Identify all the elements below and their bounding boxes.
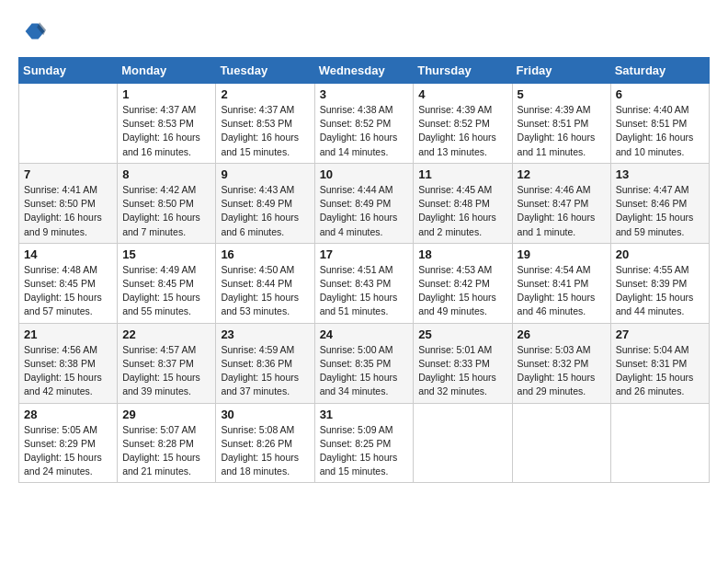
day-number: 26 bbox=[518, 327, 606, 341]
day-number: 27 bbox=[616, 327, 704, 341]
day-cell: 8Sunrise: 4:42 AM Sunset: 8:50 PM Daylig… bbox=[118, 163, 216, 243]
day-info: Sunrise: 4:50 AM Sunset: 8:44 PM Dayligh… bbox=[221, 263, 309, 319]
day-info: Sunrise: 4:46 AM Sunset: 8:47 PM Dayligh… bbox=[518, 183, 606, 239]
day-cell: 14Sunrise: 4:48 AM Sunset: 8:45 PM Dayli… bbox=[19, 243, 118, 323]
day-number: 22 bbox=[122, 327, 210, 341]
day-cell bbox=[414, 403, 512, 483]
calendar-table: SundayMondayTuesdayWednesdayThursdayFrid… bbox=[18, 57, 710, 483]
day-number: 4 bbox=[418, 87, 506, 101]
day-cell: 25Sunrise: 5:01 AM Sunset: 8:33 PM Dayli… bbox=[414, 323, 512, 403]
day-info: Sunrise: 4:38 AM Sunset: 8:52 PM Dayligh… bbox=[320, 103, 409, 159]
day-info: Sunrise: 5:07 AM Sunset: 8:28 PM Dayligh… bbox=[122, 423, 210, 479]
day-info: Sunrise: 5:08 AM Sunset: 8:26 PM Dayligh… bbox=[221, 423, 309, 479]
day-cell: 12Sunrise: 4:46 AM Sunset: 8:47 PM Dayli… bbox=[512, 163, 610, 243]
day-cell bbox=[610, 403, 709, 483]
day-cell: 10Sunrise: 4:44 AM Sunset: 8:49 PM Dayli… bbox=[314, 163, 414, 243]
day-cell: 24Sunrise: 5:00 AM Sunset: 8:35 PM Dayli… bbox=[314, 323, 414, 403]
day-info: Sunrise: 4:39 AM Sunset: 8:51 PM Dayligh… bbox=[518, 103, 606, 159]
day-info: Sunrise: 4:41 AM Sunset: 8:50 PM Dayligh… bbox=[24, 183, 112, 239]
day-number: 9 bbox=[221, 167, 309, 181]
day-number: 1 bbox=[122, 87, 210, 101]
day-info: Sunrise: 4:39 AM Sunset: 8:52 PM Dayligh… bbox=[418, 103, 506, 159]
day-number: 31 bbox=[320, 408, 409, 421]
day-cell: 9Sunrise: 4:43 AM Sunset: 8:49 PM Daylig… bbox=[216, 163, 314, 243]
day-number: 19 bbox=[518, 247, 606, 261]
day-cell: 23Sunrise: 4:59 AM Sunset: 8:36 PM Dayli… bbox=[216, 323, 314, 403]
page-header bbox=[18, 18, 710, 48]
day-number: 29 bbox=[122, 408, 210, 421]
col-header-friday: Friday bbox=[512, 58, 610, 84]
day-cell: 26Sunrise: 5:03 AM Sunset: 8:32 PM Dayli… bbox=[512, 323, 610, 403]
week-row-1: 1Sunrise: 4:37 AM Sunset: 8:53 PM Daylig… bbox=[19, 84, 710, 164]
day-number: 16 bbox=[221, 247, 309, 261]
day-info: Sunrise: 4:59 AM Sunset: 8:36 PM Dayligh… bbox=[221, 343, 309, 399]
day-info: Sunrise: 5:00 AM Sunset: 8:35 PM Dayligh… bbox=[320, 343, 409, 399]
day-info: Sunrise: 4:40 AM Sunset: 8:51 PM Dayligh… bbox=[616, 103, 704, 159]
day-cell: 7Sunrise: 4:41 AM Sunset: 8:50 PM Daylig… bbox=[19, 163, 118, 243]
col-header-wednesday: Wednesday bbox=[314, 58, 414, 84]
day-info: Sunrise: 4:42 AM Sunset: 8:50 PM Dayligh… bbox=[122, 183, 210, 239]
day-number: 8 bbox=[122, 167, 210, 181]
day-cell: 17Sunrise: 4:51 AM Sunset: 8:43 PM Dayli… bbox=[314, 243, 414, 323]
day-info: Sunrise: 4:37 AM Sunset: 8:53 PM Dayligh… bbox=[221, 103, 309, 159]
week-row-5: 28Sunrise: 5:05 AM Sunset: 8:29 PM Dayli… bbox=[19, 403, 710, 483]
day-cell bbox=[19, 84, 118, 164]
day-number: 21 bbox=[24, 327, 112, 341]
day-info: Sunrise: 4:54 AM Sunset: 8:41 PM Dayligh… bbox=[518, 263, 606, 319]
day-info: Sunrise: 4:55 AM Sunset: 8:39 PM Dayligh… bbox=[616, 263, 704, 319]
day-number: 12 bbox=[518, 167, 606, 181]
day-info: Sunrise: 5:01 AM Sunset: 8:33 PM Dayligh… bbox=[418, 343, 506, 399]
day-info: Sunrise: 4:49 AM Sunset: 8:45 PM Dayligh… bbox=[122, 263, 210, 319]
col-header-saturday: Saturday bbox=[610, 58, 709, 84]
day-cell: 21Sunrise: 4:56 AM Sunset: 8:38 PM Dayli… bbox=[19, 323, 118, 403]
day-cell: 30Sunrise: 5:08 AM Sunset: 8:26 PM Dayli… bbox=[216, 403, 314, 483]
day-number: 6 bbox=[616, 87, 704, 101]
day-info: Sunrise: 4:37 AM Sunset: 8:53 PM Dayligh… bbox=[122, 103, 210, 159]
day-number: 11 bbox=[418, 167, 506, 181]
day-number: 25 bbox=[418, 327, 506, 341]
day-info: Sunrise: 5:03 AM Sunset: 8:32 PM Dayligh… bbox=[518, 343, 606, 399]
day-cell: 20Sunrise: 4:55 AM Sunset: 8:39 PM Dayli… bbox=[610, 243, 709, 323]
day-cell: 2Sunrise: 4:37 AM Sunset: 8:53 PM Daylig… bbox=[216, 84, 314, 164]
day-number: 28 bbox=[24, 408, 112, 421]
day-cell: 3Sunrise: 4:38 AM Sunset: 8:52 PM Daylig… bbox=[314, 84, 414, 164]
week-row-4: 21Sunrise: 4:56 AM Sunset: 8:38 PM Dayli… bbox=[19, 323, 710, 403]
day-info: Sunrise: 5:04 AM Sunset: 8:31 PM Dayligh… bbox=[616, 343, 704, 399]
day-cell: 29Sunrise: 5:07 AM Sunset: 8:28 PM Dayli… bbox=[118, 403, 216, 483]
day-cell: 15Sunrise: 4:49 AM Sunset: 8:45 PM Dayli… bbox=[118, 243, 216, 323]
day-info: Sunrise: 4:44 AM Sunset: 8:49 PM Dayligh… bbox=[320, 183, 409, 239]
day-cell: 5Sunrise: 4:39 AM Sunset: 8:51 PM Daylig… bbox=[512, 84, 610, 164]
day-number: 15 bbox=[122, 247, 210, 261]
col-header-tuesday: Tuesday bbox=[216, 58, 314, 84]
day-info: Sunrise: 4:56 AM Sunset: 8:38 PM Dayligh… bbox=[24, 343, 112, 399]
day-cell: 13Sunrise: 4:47 AM Sunset: 8:46 PM Dayli… bbox=[610, 163, 709, 243]
day-number: 2 bbox=[221, 87, 309, 101]
day-info: Sunrise: 5:09 AM Sunset: 8:25 PM Dayligh… bbox=[320, 423, 409, 479]
day-number: 7 bbox=[24, 167, 112, 181]
week-row-3: 14Sunrise: 4:48 AM Sunset: 8:45 PM Dayli… bbox=[19, 243, 710, 323]
day-cell: 19Sunrise: 4:54 AM Sunset: 8:41 PM Dayli… bbox=[512, 243, 610, 323]
day-number: 30 bbox=[221, 408, 309, 421]
day-cell: 18Sunrise: 4:53 AM Sunset: 8:42 PM Dayli… bbox=[414, 243, 512, 323]
day-cell: 31Sunrise: 5:09 AM Sunset: 8:25 PM Dayli… bbox=[314, 403, 414, 483]
logo-icon bbox=[20, 18, 46, 44]
day-info: Sunrise: 4:53 AM Sunset: 8:42 PM Dayligh… bbox=[418, 263, 506, 319]
day-cell bbox=[512, 403, 610, 483]
day-cell: 11Sunrise: 4:45 AM Sunset: 8:48 PM Dayli… bbox=[414, 163, 512, 243]
day-cell: 28Sunrise: 5:05 AM Sunset: 8:29 PM Dayli… bbox=[19, 403, 118, 483]
day-number: 20 bbox=[616, 247, 704, 261]
col-header-sunday: Sunday bbox=[19, 58, 118, 84]
day-cell: 1Sunrise: 4:37 AM Sunset: 8:53 PM Daylig… bbox=[118, 84, 216, 164]
day-info: Sunrise: 4:47 AM Sunset: 8:46 PM Dayligh… bbox=[616, 183, 704, 239]
day-info: Sunrise: 4:43 AM Sunset: 8:49 PM Dayligh… bbox=[221, 183, 309, 239]
day-number: 5 bbox=[518, 87, 606, 101]
day-info: Sunrise: 4:57 AM Sunset: 8:37 PM Dayligh… bbox=[122, 343, 210, 399]
day-cell: 4Sunrise: 4:39 AM Sunset: 8:52 PM Daylig… bbox=[414, 84, 512, 164]
day-cell: 16Sunrise: 4:50 AM Sunset: 8:44 PM Dayli… bbox=[216, 243, 314, 323]
day-info: Sunrise: 4:45 AM Sunset: 8:48 PM Dayligh… bbox=[418, 183, 506, 239]
day-number: 17 bbox=[320, 247, 409, 261]
logo bbox=[18, 18, 46, 48]
day-cell: 27Sunrise: 5:04 AM Sunset: 8:31 PM Dayli… bbox=[610, 323, 709, 403]
day-info: Sunrise: 5:05 AM Sunset: 8:29 PM Dayligh… bbox=[24, 423, 112, 479]
day-number: 18 bbox=[418, 247, 506, 261]
